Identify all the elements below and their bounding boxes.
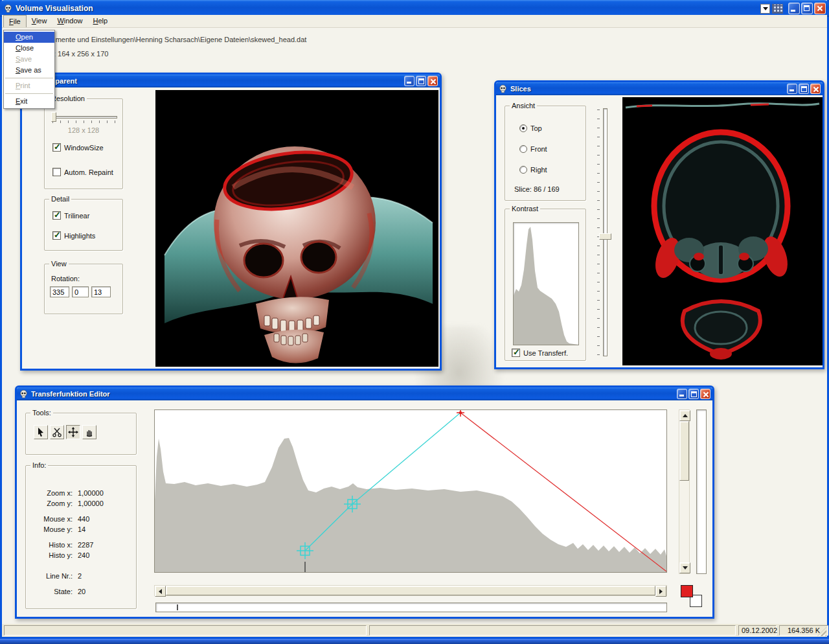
slice-view[interactable]	[622, 97, 823, 365]
radio-front-row[interactable]: Front	[519, 145, 547, 153]
maximize-icon	[804, 5, 810, 11]
line-nr-value: 2	[78, 572, 82, 580]
histo-x-value: 2287	[78, 541, 93, 549]
autom-repaint-checkbox-row[interactable]: Autom. Repaint	[52, 168, 113, 176]
color-selector[interactable]	[677, 582, 709, 614]
menu-view[interactable]: View	[27, 15, 52, 27]
slice-render	[622, 97, 823, 365]
app-icon	[3, 4, 13, 14]
zoom-y-value: 1,00000	[78, 500, 104, 507]
scroll-left-button[interactable]	[155, 586, 166, 597]
vscrollbar-thumb[interactable]	[679, 421, 689, 481]
vertical-zoom-slider[interactable]	[696, 409, 707, 574]
radio-right-row[interactable]: Right	[519, 166, 547, 174]
scroll-down-button[interactable]	[679, 562, 690, 573]
maximize-button[interactable]	[799, 84, 809, 94]
windowsize-checkbox[interactable]	[52, 143, 61, 152]
hand-tool-button[interactable]	[82, 425, 97, 439]
slice-slider-thumb[interactable]	[599, 233, 611, 240]
plot-hscrollbar[interactable]	[154, 585, 667, 596]
windowsize-checkbox-row[interactable]: WindowSize	[52, 143, 104, 152]
zoom-slider-thumb[interactable]	[177, 604, 178, 610]
hand-icon	[84, 427, 95, 437]
slices-title: Slices	[510, 85, 531, 93]
rotation-z-field[interactable]	[91, 286, 111, 297]
volume-render-view[interactable]	[155, 90, 438, 367]
transfer-plot[interactable]	[154, 409, 667, 573]
transfer-editor-window: Transferfunktion Editor Tools:	[15, 385, 714, 619]
menu-file[interactable]: File	[3, 15, 27, 27]
transparent-titlebar[interactable]: Transparent	[22, 75, 440, 87]
close-button[interactable]	[814, 3, 826, 14]
radio-front-label: Front	[530, 145, 547, 153]
menu-item-open[interactable]: Open	[4, 32, 54, 43]
maximize-icon	[418, 78, 424, 84]
scroll-right-button[interactable]	[655, 586, 666, 597]
menu-separator	[5, 93, 53, 94]
rotation-x-field[interactable]	[50, 286, 69, 297]
minimize-button[interactable]	[677, 389, 687, 399]
maximize-button[interactable]	[801, 3, 813, 14]
status-cell-secondary	[369, 625, 736, 636]
menu-help[interactable]: Help	[88, 15, 113, 27]
close-button[interactable]	[427, 76, 438, 86]
trilinear-label: Trilinear	[64, 212, 89, 220]
autom-repaint-label: Autom. Repaint	[64, 168, 113, 176]
resolution-slider[interactable]	[51, 116, 117, 119]
slice-slider[interactable]	[595, 107, 617, 358]
histo-y-value: 240	[78, 551, 89, 559]
minimize-icon	[679, 395, 684, 397]
menu-item-close[interactable]: Close	[4, 43, 54, 54]
trilinear-checkbox[interactable]	[52, 211, 61, 220]
maximize-button[interactable]	[416, 76, 426, 86]
view-group: View Rotation:	[44, 264, 123, 314]
resolution-slider-thumb[interactable]	[51, 112, 56, 122]
minimize-icon	[791, 10, 795, 12]
radio-front[interactable]	[519, 145, 527, 153]
dropdown-arrow-button[interactable]	[760, 4, 770, 14]
use-transfer-checkbox-row[interactable]: Use Transferf.	[512, 349, 568, 357]
menu-item-print[interactable]: Print	[4, 80, 54, 91]
cursor-icon	[36, 427, 46, 437]
minimize-button[interactable]	[788, 3, 800, 14]
mouse-y-value: 14	[78, 525, 85, 533]
menu-item-save-as[interactable]: Save as	[4, 65, 54, 76]
trilinear-checkbox-row[interactable]: Trilinear	[52, 211, 89, 220]
radio-right[interactable]	[519, 166, 527, 174]
slice-counter: Slice: 86 / 169	[514, 185, 560, 193]
plot-vscrollbar[interactable]	[679, 409, 690, 574]
detail-group: Detail Trilinear Highlights	[44, 199, 123, 251]
screen: Volume Visualisation File View Window He…	[0, 0, 829, 644]
minimize-button[interactable]	[787, 84, 797, 94]
cut-tool-button[interactable]	[50, 425, 64, 439]
select-tool-button[interactable]	[34, 425, 48, 439]
foreground-color-swatch[interactable]	[681, 585, 693, 597]
zoom-slider[interactable]	[155, 603, 667, 612]
close-button[interactable]	[810, 84, 821, 94]
histo-x-label: Histo x:	[30, 541, 73, 549]
slice-slider-channel[interactable]	[603, 108, 608, 356]
menu-item-exit[interactable]: Exit	[4, 96, 54, 107]
hscrollbar-thumb[interactable]	[166, 586, 655, 595]
menu-separator	[5, 78, 53, 78]
slices-titlebar[interactable]: Slices	[496, 82, 823, 95]
menu-item-save[interactable]: Save	[4, 54, 54, 65]
move-tool-button[interactable]	[66, 425, 80, 439]
zoom-x-value: 1,00000	[78, 489, 104, 497]
minimize-button[interactable]	[404, 76, 414, 86]
menu-window[interactable]: Window	[52, 15, 87, 27]
rotation-y-field[interactable]	[72, 286, 89, 297]
radio-top[interactable]	[519, 124, 527, 132]
maximize-button[interactable]	[688, 389, 699, 399]
radio-top-row[interactable]: Top	[519, 124, 542, 132]
transfer-title: Transferfunktion Editor	[31, 390, 110, 398]
scroll-up-button[interactable]	[679, 410, 690, 421]
highlights-checkbox-row[interactable]: Highlights	[52, 231, 95, 240]
close-button[interactable]	[700, 389, 710, 399]
autom-repaint-checkbox[interactable]	[52, 168, 61, 176]
highlights-checkbox[interactable]	[52, 231, 61, 240]
minimize-icon	[789, 89, 794, 91]
keyboard-layout-icon[interactable]	[772, 4, 783, 14]
use-transfer-checkbox[interactable]	[512, 349, 520, 357]
transfer-titlebar[interactable]: Transferfunktion Editor	[17, 387, 712, 400]
